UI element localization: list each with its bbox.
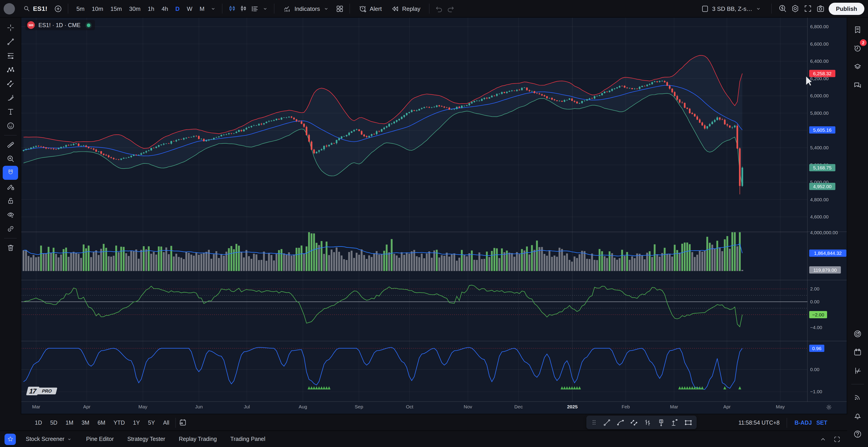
- screener-panel[interactable]: [849, 326, 866, 342]
- chart-style-alt-icon[interactable]: [239, 4, 248, 13]
- alert-button[interactable]: Alert: [355, 2, 385, 15]
- maximize-panel-icon[interactable]: [833, 435, 841, 443]
- replay-button[interactable]: Replay: [388, 2, 424, 15]
- svg-text:4,800.00: 4,800.00: [810, 197, 829, 202]
- range-6M[interactable]: 6M: [94, 418, 108, 427]
- chart-style-caret-icon[interactable]: [262, 5, 269, 12]
- compare-add-icon[interactable]: [54, 4, 62, 13]
- pattern-tool[interactable]: [3, 63, 18, 77]
- timeframe-D[interactable]: D: [173, 3, 182, 14]
- statusbar-pine-editor[interactable]: Pine Editor: [86, 436, 114, 442]
- clock[interactable]: 11:58:54 UTC+8: [739, 419, 780, 426]
- top-toolbar-right: 3 SD BB, Z-s… Publish: [698, 2, 864, 15]
- favorites-toolbar-button[interactable]: [4, 434, 16, 445]
- range-5D[interactable]: 5D: [47, 418, 61, 427]
- quick-search-icon[interactable]: [778, 4, 787, 13]
- range-All[interactable]: All: [160, 418, 173, 427]
- stay-in-drawing-mode-tool[interactable]: [3, 180, 18, 194]
- float-rect-tool-tool[interactable]: [684, 418, 692, 427]
- sync-drawings-tool[interactable]: [3, 222, 18, 236]
- floating-drawing-toolbar[interactable]: $: [586, 416, 697, 429]
- streams-panel[interactable]: [849, 389, 866, 405]
- data-window-panel[interactable]: [849, 363, 866, 379]
- timeframe-W[interactable]: W: [184, 3, 195, 14]
- replay-icon: [391, 4, 399, 13]
- publish-button[interactable]: Publish: [829, 2, 864, 15]
- indicators-button[interactable]: Indicators: [280, 2, 333, 15]
- remove-drawings-tool[interactable]: [3, 241, 18, 255]
- float-disjoint-channel-tool[interactable]: [630, 418, 638, 427]
- zoom-in-tool[interactable]: [3, 152, 18, 166]
- notifications-panel[interactable]: [849, 408, 866, 424]
- timeframe-4h[interactable]: 4h: [159, 3, 171, 14]
- chat-icon: [853, 81, 862, 90]
- chevron-up-icon[interactable]: [819, 435, 827, 443]
- indicators-label: Indicators: [294, 5, 320, 12]
- range-1M[interactable]: 1M: [62, 418, 76, 427]
- text-tool[interactable]: [3, 105, 18, 119]
- calendar-panel[interactable]: [849, 344, 866, 360]
- timeframe-15m[interactable]: 15m: [108, 3, 125, 14]
- range-3M[interactable]: 3M: [79, 418, 93, 427]
- crosshair-tool[interactable]: [3, 21, 18, 35]
- range-YTD[interactable]: YTD: [110, 418, 128, 427]
- timeframe-30m[interactable]: 30m: [126, 3, 143, 14]
- tradingview-app: ES1! 5m10m15m30m1h4hDWM Indicators Alert…: [0, 0, 868, 447]
- fib-retracement-tool[interactable]: [3, 49, 18, 63]
- time-axis-settings-icon[interactable]: [826, 404, 832, 411]
- range-1D[interactable]: 1D: [32, 418, 45, 427]
- object-tree-panel[interactable]: [849, 59, 866, 75]
- measure-tool[interactable]: [3, 138, 18, 152]
- brush-tool[interactable]: [3, 91, 18, 105]
- prediction-tool[interactable]: [3, 77, 18, 91]
- statusbar-replay-trading[interactable]: Replay Trading: [179, 436, 217, 442]
- watchlist-panel[interactable]: [849, 22, 866, 38]
- timeframe-1h[interactable]: 1h: [145, 3, 157, 14]
- timeframe-10m[interactable]: 10m: [89, 3, 106, 14]
- snapshot-icon[interactable]: [816, 4, 825, 13]
- adjust-mode[interactable]: B-ADJ: [795, 419, 812, 426]
- settings-icon[interactable]: [791, 4, 800, 13]
- timeframes-caret-icon[interactable]: [210, 5, 217, 12]
- chart-style-candles-icon[interactable]: [228, 4, 237, 13]
- symbol-search-button[interactable]: ES1!: [20, 2, 51, 15]
- fullscreen-icon[interactable]: [803, 4, 812, 13]
- svg-text:5,800.00: 5,800.00: [810, 110, 829, 116]
- session-mode[interactable]: SET: [816, 419, 827, 426]
- timeframe-M[interactable]: M: [197, 3, 207, 14]
- chart-style-rows-icon[interactable]: [251, 4, 259, 13]
- float-trend-line-tool[interactable]: [602, 418, 611, 427]
- range-1Y[interactable]: 1Y: [130, 418, 143, 427]
- alert-icon: [358, 4, 367, 13]
- hide-drawings-tool[interactable]: [3, 208, 18, 222]
- timeframe-5m[interactable]: 5m: [74, 3, 87, 14]
- float-date-range-tool[interactable]: [671, 418, 679, 427]
- statusbar-strategy-tester[interactable]: Strategy Tester: [127, 436, 165, 442]
- range-5Y[interactable]: 5Y: [145, 418, 158, 427]
- float-curve-tool[interactable]: [616, 418, 625, 427]
- magnet-icon: [6, 169, 15, 177]
- alerts-panel[interactable]: 2: [849, 40, 866, 57]
- magnet-tool[interactable]: [3, 166, 18, 180]
- chart-area[interactable]: 6,800.006,600.006,400.006,200.006,000.00…: [21, 17, 847, 414]
- lock-drawings-tool[interactable]: [3, 194, 18, 208]
- date-range-group: 1D5D1M3M6MYTD1Y5YAll: [32, 418, 173, 427]
- float-bars-pattern-tool[interactable]: [643, 418, 652, 427]
- chat-panel[interactable]: [849, 77, 866, 94]
- chart-legend[interactable]: 500 ES1! · 1D · CME: [25, 20, 95, 30]
- statusbar-stock-screener[interactable]: Stock Screener: [26, 436, 72, 442]
- go-to-date-icon[interactable]: [178, 418, 187, 427]
- svg-text:5,400.00: 5,400.00: [810, 145, 829, 150]
- layout-select-button[interactable]: 3 SD BB, Z-s…: [698, 2, 765, 15]
- float-price-note-tool[interactable]: $: [657, 418, 665, 427]
- help-button[interactable]: [849, 426, 866, 442]
- trend-line-tool[interactable]: [3, 35, 18, 49]
- indicator-templates-icon[interactable]: [335, 4, 344, 13]
- emoji-tool[interactable]: [3, 119, 18, 133]
- redo-icon[interactable]: [446, 4, 455, 13]
- chart-canvas[interactable]: 6,800.006,600.006,400.006,200.006,000.00…: [21, 17, 847, 414]
- undo-icon[interactable]: [435, 4, 443, 13]
- user-avatar[interactable]: [4, 3, 15, 14]
- drag-handle-icon[interactable]: [590, 419, 598, 426]
- statusbar-trading-panel[interactable]: Trading Panel: [230, 436, 266, 442]
